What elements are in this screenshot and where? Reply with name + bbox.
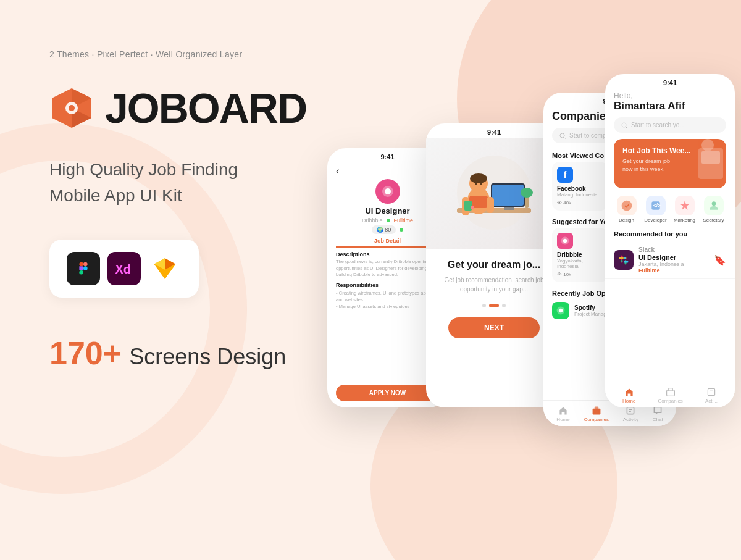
p4-nav-home[interactable]: Home	[622, 387, 635, 404]
svg-point-56	[711, 201, 716, 206]
svg-rect-8	[83, 266, 88, 270]
svg-point-27	[480, 183, 482, 185]
p4-cat-secretary[interactable]: Secretary	[701, 196, 726, 223]
p3-dribbble-card: Dribbble Yogyakarta, Indonesia 👁 10k	[552, 228, 608, 282]
p2-text-area: Get your dream jo... Get job recommendat…	[426, 249, 562, 348]
p4-greeting: Hello, Bimantara Afif	[605, 89, 735, 117]
phone-onboarding: 9:41	[426, 123, 562, 407]
joboard-logo-icon	[49, 86, 94, 130]
svg-rect-63	[624, 261, 629, 263]
p4-cat-developer-label: Developer	[644, 217, 666, 223]
p4-bookmark-icon[interactable]: 🔖	[714, 254, 726, 266]
svg-rect-67	[708, 388, 714, 395]
p2-next-button[interactable]: NEXT	[448, 317, 540, 338]
p4-categories: Design </> Developer Marketing Secretary	[605, 196, 735, 229]
p3-nav-chat[interactable]: Chat	[653, 406, 663, 422]
svg-line-36	[564, 137, 566, 139]
p3-dribbble-name: Dribbble	[557, 251, 603, 258]
svg-text:</>: </>	[653, 203, 660, 209]
p4-search-placeholder: Start to search yo...	[631, 122, 685, 128]
adobe-xd-icon: Xd	[107, 252, 141, 285]
svg-rect-60	[621, 260, 623, 262]
p4-cat-marketing-label: Marketing	[674, 217, 695, 223]
p4-job-title: UI Designer	[638, 254, 709, 261]
p4-recommended-label: Recommended for you	[605, 229, 735, 241]
svg-point-38	[563, 239, 567, 243]
svg-rect-5	[79, 262, 83, 267]
p2-dot-active	[489, 304, 499, 307]
screens-count: 170+	[49, 335, 122, 372]
svg-point-33	[521, 188, 533, 198]
svg-rect-22	[504, 207, 514, 210]
logo-text: JOBOARD	[105, 84, 306, 132]
svg-point-49	[622, 123, 626, 127]
svg-point-25	[470, 173, 487, 183]
p2-title: Get your dream jo...	[437, 259, 551, 270]
p4-job-card-slack: Slack UI Designer Jakarta, Indonesia Ful…	[605, 241, 735, 279]
svg-rect-52	[701, 151, 720, 164]
p4-user-name: Bimantara Afif	[614, 100, 726, 112]
p4-job-location: Jakarta, Indonesia	[638, 261, 709, 267]
svg-point-4	[69, 105, 75, 111]
p4-hello-text: Hello,	[614, 91, 726, 100]
svg-rect-7	[79, 266, 83, 270]
p3-nav-activity[interactable]: Activity	[623, 406, 638, 422]
p2-dots	[437, 304, 551, 307]
svg-rect-45	[594, 407, 598, 410]
p2-status-bar: 9:41	[426, 123, 562, 138]
screens-label: Screens Design	[129, 344, 286, 370]
p4-cat-marketing[interactable]: Marketing	[672, 196, 697, 223]
p2-dot	[502, 304, 506, 307]
svg-rect-21	[492, 185, 524, 206]
p3-dribbble-views: 👁 10k	[557, 272, 603, 277]
p3-nav-home[interactable]: Home	[556, 406, 569, 422]
svg-point-35	[560, 133, 564, 138]
p4-cat-secretary-label: Secretary	[703, 217, 724, 223]
p3-facebook-name: Facebook	[557, 185, 603, 192]
svg-rect-64	[624, 257, 626, 259]
svg-rect-30	[487, 197, 494, 213]
svg-rect-46	[627, 407, 634, 414]
svg-rect-61	[619, 257, 624, 259]
p3-facebook-location: Malang, Indonesia	[557, 192, 603, 198]
p4-slack-job-info: Slack UI Designer Jakarta, Indonesia Ful…	[638, 246, 709, 274]
svg-text:Xd: Xd	[115, 262, 131, 276]
p3-facebook-card: f Facebook Malang, Indonesia 👁 40k	[552, 162, 608, 211]
sketch-icon	[148, 252, 182, 285]
p4-cat-design-label: Design	[619, 217, 634, 223]
phone-home: 9:41 Hello, Bimantara Afif Start to sear…	[605, 74, 735, 407]
p2-illustration	[426, 138, 562, 249]
phones-area: 9:41 ‹ UI Designer Dribbble Fulltime 🌍 8…	[309, 37, 741, 560]
svg-rect-66	[668, 388, 672, 391]
p4-cat-design[interactable]: Design	[614, 196, 639, 223]
svg-rect-6	[83, 262, 88, 267]
p4-job-type: Fulltime	[638, 267, 709, 274]
svg-rect-31	[464, 201, 472, 211]
p4-nav-activity[interactable]: Acti...	[705, 387, 718, 404]
p2-dot	[482, 304, 486, 307]
svg-point-53	[701, 139, 714, 151]
p4-nav-companies[interactable]: Companies	[658, 387, 682, 404]
svg-point-34	[471, 206, 474, 209]
p3-nav-companies[interactable]: Companies	[584, 406, 608, 422]
p4-hot-job-banner: Hot Job This Wee... Get your dream jobno…	[614, 139, 726, 188]
svg-line-50	[626, 127, 627, 128]
svg-point-26	[475, 183, 477, 185]
p4-status-bar: 9:41	[605, 74, 735, 89]
figma-icon	[67, 252, 100, 285]
p4-cat-developer[interactable]: </> Developer	[643, 196, 668, 223]
p2-subtitle: Get job recommendation, search job oppor…	[437, 275, 551, 294]
p4-search-bar[interactable]: Start to search yo...	[614, 117, 726, 133]
tool-icons-row: Xd	[49, 240, 199, 298]
p3-dribbble-location: Yogyakarta, Indonesia	[557, 258, 603, 269]
svg-point-17	[385, 188, 391, 194]
svg-point-43	[559, 309, 563, 312]
svg-rect-9	[79, 270, 83, 275]
p3-facebook-views: 👁 40k	[557, 200, 603, 206]
p4-bottom-nav: Home Companies Acti...	[605, 382, 735, 407]
